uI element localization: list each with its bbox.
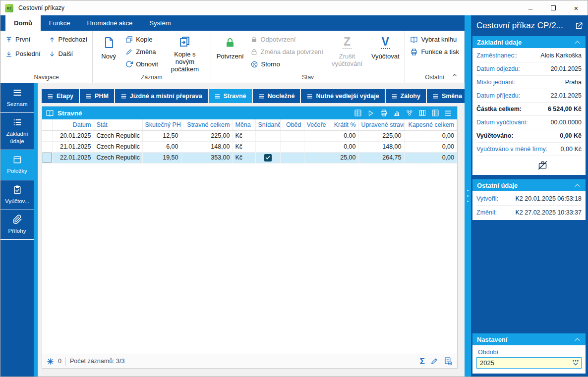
column-header-upravene-stravn[interactable]: Upravené stravn [358,119,404,130]
prvni-button[interactable]: První [3,33,43,46]
cell-stravne-celkem[interactable]: 353,00 [181,152,233,163]
ribbon-tab-funkce[interactable]: Funkce [41,15,79,31]
funkce-a-tisk-button[interactable]: Funkce a tisk [408,46,461,58]
cell-vecere[interactable] [304,152,329,163]
columns-button[interactable] [416,108,428,118]
maximize-button[interactable] [542,0,565,15]
sidebar-item-prilohy[interactable]: Přílohy [0,210,34,240]
grid-menu-button[interactable] [442,108,454,118]
sum-button[interactable]: Σ [420,357,425,366]
add-copy-button[interactable] [444,357,453,366]
tab-etapy[interactable]: Etapy [42,89,79,103]
cell-skutecny-ph[interactable]: 19,50 [142,152,181,163]
cell-kapesne[interactable]: 0,00 [404,152,457,163]
cell-stravne-celkem[interactable]: 225,00 [181,130,233,141]
close-button[interactable]: × [565,0,588,15]
potvrzeni-button[interactable]: Potvrzení [214,32,246,73]
run-button[interactable] [365,108,376,118]
cell-mena[interactable]: Kč [233,130,255,141]
posledni-button[interactable]: Poslední [3,48,43,60]
odpotvrzeni-button[interactable]: Odpotvrzení [248,33,325,46]
tab-smena[interactable]: Směna [427,89,468,103]
sidebar-item-vyuctovani[interactable]: Vyúčtov... [0,180,34,210]
tab-jizdne[interactable]: Jízdné a místní přeprava [115,89,208,103]
sidebar-item-seznam[interactable]: Seznam [0,83,34,113]
table-row[interactable]: 21.01.2025 Czech Republic 6,00 148,00 Kč… [42,141,457,152]
cell-stravne-celkem[interactable]: 148,00 [181,141,233,152]
cell-mena[interactable]: Kč [233,141,255,152]
excel-template-button[interactable] [429,108,441,118]
section-header-zakladni-udaje[interactable]: Základní údaje [472,36,586,48]
novy-button[interactable]: Nový [96,32,121,73]
cell-upravene[interactable]: 225,00 [358,130,404,141]
column-header-kapesne-celkem[interactable]: Kapesné celkem [404,119,457,130]
column-header-skutecny-ph[interactable]: Skutečný PH [142,119,181,130]
excel-export-button[interactable] [352,108,363,118]
column-header-mena[interactable]: Měna [233,119,255,130]
cell-vecere[interactable] [304,130,329,141]
snidane-checkbox-checked[interactable] [264,154,272,162]
vyuctovat-button[interactable]: V Vyúčtovat [369,32,402,73]
vybrat-knihu-button[interactable]: Vybrat knihu [408,33,461,46]
row-selector[interactable] [42,141,52,152]
cell-obed[interactable] [280,152,304,163]
ribbon-collapse-button[interactable] [452,71,458,80]
zrusit-vyuctovani-button[interactable]: Z Zrušit vyúčtování [327,32,367,73]
cell-datum[interactable]: 21.01.2025 [52,141,94,152]
cell-kratit[interactable]: 0,00 [329,141,358,152]
cell-obed[interactable] [280,130,304,141]
cell-snidane[interactable] [255,141,280,152]
column-header-datum[interactable]: Datum [52,119,94,130]
cell-upravene[interactable]: 264,75 [358,152,404,163]
minimize-button[interactable]: – [519,0,542,15]
ribbon-tab-domu[interactable]: Domů [5,15,41,31]
table-row[interactable]: 20.01.2025 Czech Republic 12,50 225,00 K… [42,130,457,141]
dropdown-icon[interactable] [571,359,580,368]
column-header-stravne-celkem[interactable]: Stravné celkem [181,119,233,130]
tab-nutne-vedlejsi-vydaje[interactable]: Nutné vedlejší výdaje [301,89,384,103]
tab-noclezne[interactable]: Nocležné [253,89,300,103]
storno-button[interactable]: Storno [248,58,325,70]
kopie-s-novym-pocatkem-button[interactable]: Kopie s novým počátkem [162,32,208,73]
cell-vecere[interactable] [304,141,329,152]
related-records-button[interactable] [404,108,415,118]
cell-kapesne[interactable]: 0,00 [404,130,457,141]
cell-stat[interactable]: Czech Republic [94,141,142,152]
cell-upravene[interactable]: 148,00 [358,141,404,152]
cell-stat[interactable]: Czech Republic [94,152,142,163]
section-header-ostatni-udaje[interactable]: Ostatní údaje [472,179,586,191]
cell-stat[interactable]: Czech Republic [94,130,142,141]
predchozi-button[interactable]: Předchozí [47,33,90,46]
cell-snidane[interactable] [255,130,280,141]
dalsi-button[interactable]: Další [47,48,90,60]
sidebar-item-polozky[interactable]: Položky [0,150,34,180]
cell-kratit[interactable]: 25,00 [329,152,358,163]
obnovit-button[interactable]: Obnovit [123,58,160,70]
ribbon-tab-system[interactable]: Systém [141,15,179,31]
tab-phm[interactable]: PHM [80,89,114,103]
edit-button[interactable] [430,357,438,365]
column-header-kratit[interactable]: Krátit % [329,119,358,130]
ribbon-tab-hromadne-akce[interactable]: Hromadné akce [78,15,141,31]
column-header-obed[interactable]: Oběd [280,119,304,130]
chart-button[interactable] [391,108,402,118]
cell-obed[interactable] [280,141,304,152]
zmena-button[interactable]: Změna [123,46,160,58]
period-input[interactable] [476,357,582,369]
cell-snidane[interactable] [255,152,280,163]
open-external-button[interactable] [575,22,583,30]
cell-skutecny-ph[interactable]: 12,50 [142,130,181,141]
print-button[interactable] [378,108,389,118]
section-header-nastaveni[interactable]: Nastavení [472,333,586,345]
row-selector[interactable] [42,152,52,163]
kopie-button[interactable]: Kopie [123,33,160,46]
cell-kapesne[interactable]: 0,00 [404,141,457,152]
tab-stravne[interactable]: Stravné [209,89,252,103]
table-row-selected[interactable]: 22.01.2025 Czech Republic 19,50 353,00 K… [42,152,457,163]
cell-datum[interactable]: 22.01.2025 [52,152,94,163]
panel-splitter[interactable] [465,15,471,377]
cell-mena[interactable]: Kč [233,152,255,163]
tab-zalohy[interactable]: Zálohy [386,89,426,103]
column-header-vecere[interactable]: Večeře [304,119,329,130]
row-selector[interactable] [42,130,52,141]
